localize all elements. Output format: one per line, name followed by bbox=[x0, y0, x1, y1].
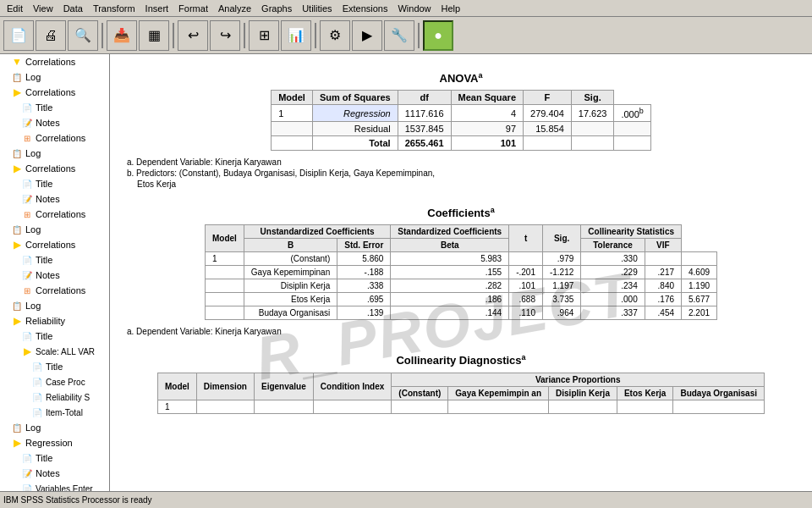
cell-beta: -.201 bbox=[509, 266, 543, 279]
tree-label: Log bbox=[25, 72, 41, 82]
cell-b: .338 bbox=[337, 279, 391, 293]
pivot-btn[interactable]: ▦ bbox=[139, 20, 169, 51]
tree-regression1[interactable]: ▶ Regression bbox=[0, 435, 109, 450]
tree-case-proc[interactable]: 📄 Case Proc bbox=[0, 374, 109, 389]
tree-label: Log bbox=[25, 148, 41, 158]
cell-f bbox=[571, 135, 614, 150]
menu-utilities[interactable]: Utilities bbox=[297, 2, 337, 15]
tree-correlations3[interactable]: ⊞ Correlations bbox=[0, 130, 109, 146]
collin-header-disiplin: Disiplin Kerja bbox=[549, 386, 617, 400]
options-btn[interactable]: 🔧 bbox=[384, 20, 414, 51]
cell-sig bbox=[614, 135, 650, 150]
cell-t: 3.735 bbox=[542, 293, 580, 306]
cell-t: .979 bbox=[542, 252, 580, 266]
menu-window[interactable]: Window bbox=[392, 2, 436, 15]
note-icon2: 📝 bbox=[20, 192, 34, 206]
coeff-footnote-a: a. Dependent Variable: Kinerja Karyawan bbox=[127, 327, 795, 336]
syntax-btn[interactable]: ▶ bbox=[352, 20, 382, 51]
tree-notes4[interactable]: 📝 Notes bbox=[0, 466, 109, 481]
menu-help[interactable]: Help bbox=[436, 2, 466, 15]
tree-correlations2[interactable]: ▶ Correlations bbox=[0, 85, 109, 100]
table-row: Budaya Organisasi .139 .144 .110 .964 .3… bbox=[205, 306, 716, 320]
toolbar-sep2 bbox=[173, 23, 174, 48]
menu-analyze[interactable]: Analyze bbox=[213, 2, 256, 15]
content-panel: ANOVAa Model Sum of Squares df Mean Squa… bbox=[110, 54, 812, 508]
export-btn[interactable]: 📥 bbox=[107, 20, 137, 51]
redo-btn[interactable]: ↪ bbox=[210, 20, 240, 51]
model-col bbox=[272, 135, 313, 150]
menu-data[interactable]: Data bbox=[58, 2, 88, 15]
tree-title3[interactable]: 📄 Title bbox=[0, 252, 109, 268]
tree-notes3[interactable]: 📝 Notes bbox=[0, 268, 109, 283]
menu-transform[interactable]: Transform bbox=[88, 2, 140, 15]
tree-item-total[interactable]: 📄 Item-Total bbox=[0, 405, 109, 420]
table-row: 1 Regression 1117.616 4 279.404 17.623 .… bbox=[272, 105, 651, 122]
collin-header-dimension: Dimension bbox=[196, 373, 254, 400]
tree-notes1[interactable]: 📝 Notes bbox=[0, 115, 109, 130]
cell-tolerance: .176 bbox=[645, 293, 681, 306]
log-icon2: 📋 bbox=[10, 146, 24, 160]
coeff-header-unstd: Unstandardized Coefficients bbox=[244, 225, 391, 239]
menu-edit[interactable]: Edit bbox=[2, 2, 28, 15]
table-btn[interactable]: ⊞ bbox=[249, 20, 279, 51]
tree-title1[interactable]: 📄 Title bbox=[0, 100, 109, 115]
undo-btn[interactable]: ↩ bbox=[178, 20, 208, 51]
tree-correlations6[interactable]: ▶ Correlations bbox=[0, 237, 109, 252]
find-btn[interactable]: 🔍 bbox=[68, 20, 98, 51]
cell-tolerance: .454 bbox=[645, 306, 681, 320]
menu-graphs[interactable]: Graphs bbox=[256, 2, 297, 15]
model-col: 1 bbox=[272, 105, 313, 122]
cell-f: 17.623 bbox=[571, 105, 614, 122]
tree-title4[interactable]: 📄 Title bbox=[0, 329, 109, 344]
menu-format[interactable]: Format bbox=[173, 2, 213, 15]
cell-sumsq: 1537.845 bbox=[398, 121, 451, 135]
print-btn[interactable]: 🖨 bbox=[36, 20, 66, 51]
tree-log5[interactable]: 📋 Log bbox=[0, 420, 109, 435]
tree-log2[interactable]: 📋 Log bbox=[0, 146, 109, 161]
new-btn[interactable]: 📄 bbox=[3, 20, 34, 51]
tree-title2[interactable]: 📄 Title bbox=[0, 176, 109, 191]
tree-title6[interactable]: 📄 Title bbox=[0, 450, 109, 466]
tree-correlations4[interactable]: ▶ Correlations bbox=[0, 161, 109, 176]
tree-label: Title bbox=[36, 255, 52, 265]
menu-insert[interactable]: Insert bbox=[140, 2, 174, 15]
tree-notes2[interactable]: 📝 Notes bbox=[0, 191, 109, 207]
log-icon3: 📋 bbox=[10, 223, 24, 236]
tree-reliability1[interactable]: ▶ Reliability bbox=[0, 313, 109, 329]
cell-sig: .229 bbox=[581, 266, 645, 279]
menu-extensions[interactable]: Extensions bbox=[337, 2, 393, 15]
model-col: 1 bbox=[205, 252, 244, 266]
collin-header-eigenvalue: Eigenvalue bbox=[254, 373, 313, 400]
cell-vp-const bbox=[392, 400, 448, 413]
tree-correlations1[interactable]: ▼ Correlations bbox=[0, 54, 109, 69]
spss-btn[interactable]: ⚙ bbox=[320, 20, 350, 51]
tree-title5[interactable]: 📄 Title bbox=[0, 359, 109, 374]
folder-icon7: ▶ bbox=[10, 436, 24, 450]
folder-icon6: ▶ bbox=[20, 345, 34, 358]
cell-t: -1.212 bbox=[542, 266, 580, 279]
cell-b: .139 bbox=[337, 306, 391, 320]
chart-btn[interactable]: 📊 bbox=[281, 20, 311, 51]
model-col bbox=[205, 293, 244, 306]
row-name: (Constant) bbox=[244, 252, 337, 266]
menu-view[interactable]: View bbox=[28, 2, 58, 15]
log-icon5: 📋 bbox=[10, 421, 24, 434]
cell-t: 1.197 bbox=[542, 279, 580, 293]
cell-t: .964 bbox=[542, 306, 580, 320]
anova-header-sig: Sig. bbox=[571, 91, 614, 105]
tree-reliability-stats[interactable]: 📄 Reliability S bbox=[0, 389, 109, 405]
anova-header-mean: Mean Square bbox=[451, 91, 523, 105]
tree-log3[interactable]: 📋 Log bbox=[0, 222, 109, 237]
tree-log4[interactable]: 📋 Log bbox=[0, 298, 109, 313]
tree-scale-all[interactable]: ▶ Scale: ALL VAR bbox=[0, 344, 109, 359]
coeff-header-model: Model bbox=[205, 225, 244, 252]
doc-icon6: 📄 bbox=[30, 375, 44, 389]
tree-log1[interactable]: 📋 Log bbox=[0, 69, 109, 85]
tree-correlations7[interactable]: ⊞ Correlations bbox=[0, 283, 109, 298]
active-btn[interactable]: ● bbox=[423, 20, 453, 51]
cell-tolerance bbox=[645, 252, 681, 266]
anova-header-f: F bbox=[524, 91, 572, 105]
row-type: Total bbox=[312, 135, 398, 150]
model-col bbox=[272, 121, 313, 135]
tree-correlations5[interactable]: ⊞ Correlations bbox=[0, 207, 109, 222]
